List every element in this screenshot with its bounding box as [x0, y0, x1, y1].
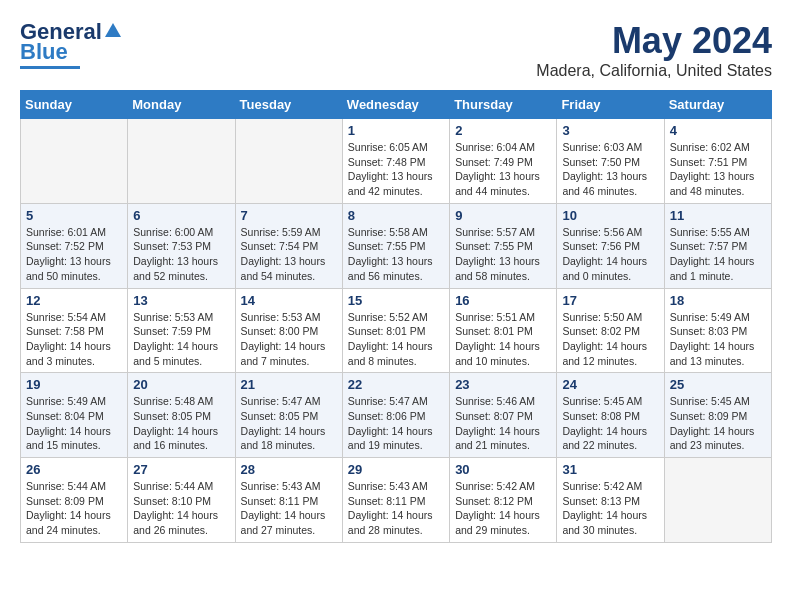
calendar-cell: 19Sunrise: 5:49 AM Sunset: 8:04 PM Dayli…	[21, 373, 128, 458]
calendar-cell: 17Sunrise: 5:50 AM Sunset: 8:02 PM Dayli…	[557, 288, 664, 373]
day-info: Sunrise: 5:54 AM Sunset: 7:58 PM Dayligh…	[26, 310, 122, 369]
day-info: Sunrise: 5:44 AM Sunset: 8:09 PM Dayligh…	[26, 479, 122, 538]
day-info: Sunrise: 5:58 AM Sunset: 7:55 PM Dayligh…	[348, 225, 444, 284]
day-info: Sunrise: 5:47 AM Sunset: 8:05 PM Dayligh…	[241, 394, 337, 453]
calendar-cell: 16Sunrise: 5:51 AM Sunset: 8:01 PM Dayli…	[450, 288, 557, 373]
calendar-cell	[235, 119, 342, 204]
day-info: Sunrise: 5:43 AM Sunset: 8:11 PM Dayligh…	[348, 479, 444, 538]
day-info: Sunrise: 5:49 AM Sunset: 8:04 PM Dayligh…	[26, 394, 122, 453]
day-info: Sunrise: 5:53 AM Sunset: 7:59 PM Dayligh…	[133, 310, 229, 369]
day-number: 4	[670, 123, 766, 138]
calendar-cell: 28Sunrise: 5:43 AM Sunset: 8:11 PM Dayli…	[235, 458, 342, 543]
calendar-cell: 26Sunrise: 5:44 AM Sunset: 8:09 PM Dayli…	[21, 458, 128, 543]
logo-text-blue: Blue	[20, 40, 68, 64]
calendar-cell: 13Sunrise: 5:53 AM Sunset: 7:59 PM Dayli…	[128, 288, 235, 373]
calendar-week-4: 19Sunrise: 5:49 AM Sunset: 8:04 PM Dayli…	[21, 373, 772, 458]
svg-marker-0	[105, 23, 121, 37]
day-number: 27	[133, 462, 229, 477]
calendar-cell	[21, 119, 128, 204]
day-number: 3	[562, 123, 658, 138]
day-info: Sunrise: 6:00 AM Sunset: 7:53 PM Dayligh…	[133, 225, 229, 284]
calendar-cell: 1Sunrise: 6:05 AM Sunset: 7:48 PM Daylig…	[342, 119, 449, 204]
calendar-cell	[128, 119, 235, 204]
calendar-cell: 14Sunrise: 5:53 AM Sunset: 8:00 PM Dayli…	[235, 288, 342, 373]
day-info: Sunrise: 5:42 AM Sunset: 8:12 PM Dayligh…	[455, 479, 551, 538]
day-number: 1	[348, 123, 444, 138]
day-number: 31	[562, 462, 658, 477]
calendar-cell: 30Sunrise: 5:42 AM Sunset: 8:12 PM Dayli…	[450, 458, 557, 543]
day-info: Sunrise: 5:55 AM Sunset: 7:57 PM Dayligh…	[670, 225, 766, 284]
title-block: May 2024 Madera, California, United Stat…	[536, 20, 772, 80]
day-info: Sunrise: 6:02 AM Sunset: 7:51 PM Dayligh…	[670, 140, 766, 199]
day-number: 5	[26, 208, 122, 223]
calendar-cell: 25Sunrise: 5:45 AM Sunset: 8:09 PM Dayli…	[664, 373, 771, 458]
day-info: Sunrise: 6:03 AM Sunset: 7:50 PM Dayligh…	[562, 140, 658, 199]
day-info: Sunrise: 5:59 AM Sunset: 7:54 PM Dayligh…	[241, 225, 337, 284]
calendar-cell: 8Sunrise: 5:58 AM Sunset: 7:55 PM Daylig…	[342, 203, 449, 288]
day-info: Sunrise: 5:49 AM Sunset: 8:03 PM Dayligh…	[670, 310, 766, 369]
calendar-cell: 21Sunrise: 5:47 AM Sunset: 8:05 PM Dayli…	[235, 373, 342, 458]
day-info: Sunrise: 6:01 AM Sunset: 7:52 PM Dayligh…	[26, 225, 122, 284]
calendar-cell: 20Sunrise: 5:48 AM Sunset: 8:05 PM Dayli…	[128, 373, 235, 458]
calendar-cell: 22Sunrise: 5:47 AM Sunset: 8:06 PM Dayli…	[342, 373, 449, 458]
calendar-cell: 24Sunrise: 5:45 AM Sunset: 8:08 PM Dayli…	[557, 373, 664, 458]
day-number: 21	[241, 377, 337, 392]
calendar-body: 1Sunrise: 6:05 AM Sunset: 7:48 PM Daylig…	[21, 119, 772, 543]
day-number: 29	[348, 462, 444, 477]
day-number: 15	[348, 293, 444, 308]
day-info: Sunrise: 5:42 AM Sunset: 8:13 PM Dayligh…	[562, 479, 658, 538]
day-info: Sunrise: 5:45 AM Sunset: 8:09 PM Dayligh…	[670, 394, 766, 453]
day-info: Sunrise: 5:51 AM Sunset: 8:01 PM Dayligh…	[455, 310, 551, 369]
day-info: Sunrise: 5:57 AM Sunset: 7:55 PM Dayligh…	[455, 225, 551, 284]
page-header: General Blue May 2024 Madera, California…	[20, 20, 772, 80]
weekday-header-thursday: Thursday	[450, 91, 557, 119]
calendar-cell: 4Sunrise: 6:02 AM Sunset: 7:51 PM Daylig…	[664, 119, 771, 204]
day-number: 6	[133, 208, 229, 223]
day-info: Sunrise: 5:50 AM Sunset: 8:02 PM Dayligh…	[562, 310, 658, 369]
calendar-subtitle: Madera, California, United States	[536, 62, 772, 80]
calendar-header: SundayMondayTuesdayWednesdayThursdayFrid…	[21, 91, 772, 119]
day-number: 11	[670, 208, 766, 223]
day-number: 8	[348, 208, 444, 223]
day-number: 24	[562, 377, 658, 392]
day-number: 19	[26, 377, 122, 392]
day-number: 30	[455, 462, 551, 477]
calendar-cell: 9Sunrise: 5:57 AM Sunset: 7:55 PM Daylig…	[450, 203, 557, 288]
day-number: 7	[241, 208, 337, 223]
calendar-cell: 7Sunrise: 5:59 AM Sunset: 7:54 PM Daylig…	[235, 203, 342, 288]
calendar-cell: 27Sunrise: 5:44 AM Sunset: 8:10 PM Dayli…	[128, 458, 235, 543]
day-number: 9	[455, 208, 551, 223]
calendar-cell: 5Sunrise: 6:01 AM Sunset: 7:52 PM Daylig…	[21, 203, 128, 288]
day-info: Sunrise: 6:04 AM Sunset: 7:49 PM Dayligh…	[455, 140, 551, 199]
day-number: 17	[562, 293, 658, 308]
calendar-week-3: 12Sunrise: 5:54 AM Sunset: 7:58 PM Dayli…	[21, 288, 772, 373]
day-info: Sunrise: 5:53 AM Sunset: 8:00 PM Dayligh…	[241, 310, 337, 369]
weekday-header-tuesday: Tuesday	[235, 91, 342, 119]
day-number: 2	[455, 123, 551, 138]
day-info: Sunrise: 5:48 AM Sunset: 8:05 PM Dayligh…	[133, 394, 229, 453]
calendar-cell: 3Sunrise: 6:03 AM Sunset: 7:50 PM Daylig…	[557, 119, 664, 204]
logo-underline	[20, 66, 80, 69]
day-info: Sunrise: 5:43 AM Sunset: 8:11 PM Dayligh…	[241, 479, 337, 538]
day-number: 25	[670, 377, 766, 392]
calendar-cell: 10Sunrise: 5:56 AM Sunset: 7:56 PM Dayli…	[557, 203, 664, 288]
weekday-header-saturday: Saturday	[664, 91, 771, 119]
day-number: 22	[348, 377, 444, 392]
calendar-cell: 31Sunrise: 5:42 AM Sunset: 8:13 PM Dayli…	[557, 458, 664, 543]
calendar-cell: 12Sunrise: 5:54 AM Sunset: 7:58 PM Dayli…	[21, 288, 128, 373]
weekday-header-row: SundayMondayTuesdayWednesdayThursdayFrid…	[21, 91, 772, 119]
day-number: 26	[26, 462, 122, 477]
calendar-week-2: 5Sunrise: 6:01 AM Sunset: 7:52 PM Daylig…	[21, 203, 772, 288]
logo: General Blue	[20, 20, 122, 69]
day-info: Sunrise: 5:47 AM Sunset: 8:06 PM Dayligh…	[348, 394, 444, 453]
calendar-cell	[664, 458, 771, 543]
day-info: Sunrise: 5:45 AM Sunset: 8:08 PM Dayligh…	[562, 394, 658, 453]
day-number: 28	[241, 462, 337, 477]
calendar-cell: 23Sunrise: 5:46 AM Sunset: 8:07 PM Dayli…	[450, 373, 557, 458]
day-info: Sunrise: 6:05 AM Sunset: 7:48 PM Dayligh…	[348, 140, 444, 199]
calendar-week-1: 1Sunrise: 6:05 AM Sunset: 7:48 PM Daylig…	[21, 119, 772, 204]
day-number: 23	[455, 377, 551, 392]
calendar-cell: 18Sunrise: 5:49 AM Sunset: 8:03 PM Dayli…	[664, 288, 771, 373]
day-number: 13	[133, 293, 229, 308]
day-info: Sunrise: 5:52 AM Sunset: 8:01 PM Dayligh…	[348, 310, 444, 369]
